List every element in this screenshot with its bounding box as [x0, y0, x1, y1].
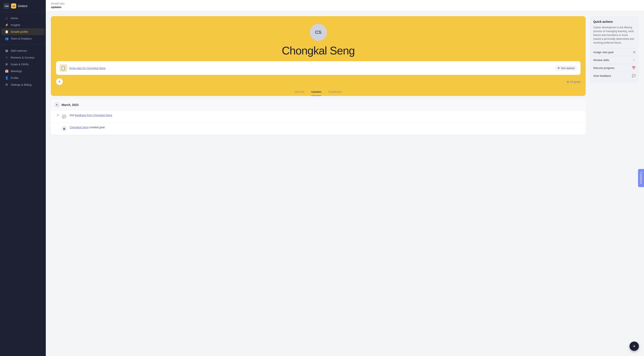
- review-skills-label: Review skills: [593, 58, 609, 62]
- star-icon: ☆: [5, 56, 8, 59]
- center-column: CS Chongkal Seng 📋 Grow plan for Chongka…: [51, 16, 586, 351]
- home-icon: ⌂: [5, 16, 8, 20]
- sidebar-item-label: Reviews & Surveys: [11, 56, 34, 59]
- sidebar-item-label: Growth profile: [11, 30, 28, 33]
- primary-nav: ⌂ Home ⚡ Insights 📋 Growth profile 👥 Tea…: [0, 12, 46, 45]
- sidebar-item-label: Settings & Billing: [11, 83, 32, 86]
- quick-action-assign-goal[interactable]: Assign new goal ⊞: [593, 48, 636, 56]
- update-text: Got feedback from Chongkal Seng: [70, 114, 112, 117]
- app-icon: 📦: [11, 3, 16, 8]
- quick-actions-description: Career development is the lifelong proce…: [593, 25, 636, 45]
- feedback-icon: 💬: [61, 114, 67, 120]
- quick-action-review-skills[interactable]: Review skills ☆: [593, 56, 636, 64]
- give-feedback-label: Give feedback: [593, 74, 611, 77]
- tab-feedbacks[interactable]: Feedbacks: [328, 90, 342, 96]
- plan-link[interactable]: Grow plan for Chongkal Seng: [69, 67, 106, 70]
- sidebar-item-team-analytics[interactable]: 👥 Team & Analytics: [1, 35, 44, 42]
- updates-month-header: ▼ March, 2023: [51, 99, 586, 111]
- assign-goal-label: Assign new goal: [593, 51, 614, 54]
- group-icon: 👥: [5, 37, 8, 40]
- sidebar-item-profile[interactable]: 👤 Profile: [1, 74, 44, 81]
- assign-goal-icon: ⊞: [633, 50, 636, 54]
- all-goals-label: All goals: [570, 80, 580, 83]
- sidebar-back-button[interactable]: ◀◀: [4, 3, 9, 9]
- quick-actions-title: Quick actions: [593, 20, 636, 23]
- sidebar-item-label: Home: [11, 16, 18, 20]
- gear-icon: ⚙: [5, 83, 8, 86]
- update-item: 9 💬 Got feedback from Chongkal Seng: [51, 111, 586, 123]
- quick-action-discuss-progress[interactable]: Discuss progress 📅: [593, 64, 636, 72]
- tab-updates[interactable]: Updates: [311, 90, 321, 96]
- review-skills-icon: ☆: [633, 58, 636, 62]
- target-icon: ⊞: [5, 62, 8, 66]
- topbar: Growth plan updates: [46, 0, 644, 11]
- grid-icon: ▦: [5, 49, 8, 52]
- update-item: ⊞ Chongkal Seng created goal: [51, 123, 586, 135]
- goal-icon: ⊞: [61, 126, 67, 132]
- breadcrumb-parent: Growth plan: [51, 2, 639, 5]
- bolt-icon: ⚡: [5, 23, 8, 26]
- updates-section: ▼ March, 2023 9 💬 Got feedback from Chon…: [51, 99, 586, 135]
- month-toggle-button[interactable]: ▼: [54, 102, 60, 107]
- floating-add-button[interactable]: +: [630, 342, 639, 351]
- all-goals-link[interactable]: ⊞ All goals: [567, 80, 580, 83]
- update-text-2: Chongkal Seng created goal: [70, 126, 104, 129]
- quick-actions-card: Quick actions Career development is the …: [590, 16, 639, 83]
- sidebar-item-skill-matrices[interactable]: ▦ Skill matrices: [1, 47, 44, 54]
- floating-add-icon: +: [633, 344, 636, 349]
- profile-name: Chongkal Seng: [282, 44, 355, 57]
- add-goal-button[interactable]: +: [56, 78, 63, 85]
- month-label: March, 2023: [62, 103, 78, 107]
- quick-action-give-feedback[interactable]: Give feedback 💬: [593, 72, 636, 80]
- feedback-link[interactable]: feedback from Chongkal Seng: [75, 114, 112, 117]
- profile-tabs: Skill set Updates Feedbacks: [295, 88, 342, 96]
- sidebar-header: ◀◀ 📦 Getace: [0, 0, 46, 12]
- sidebar-item-label: Team & Analytics: [11, 37, 32, 40]
- app-name: Getace: [18, 4, 28, 8]
- status-label: Not started: [561, 67, 574, 70]
- sidebar-item-growth-profile[interactable]: 📋 Growth profile: [1, 28, 44, 35]
- profile-actions-row: + ⊞ All goals: [56, 78, 580, 88]
- calendar-icon: 📅: [5, 69, 8, 73]
- content-area: CS Chongkal Seng 📋 Grow plan for Chongka…: [46, 11, 644, 356]
- sidebar-item-reviews-surveys[interactable]: ☆ Reviews & Surveys: [1, 54, 44, 61]
- plan-icon: 📋: [60, 64, 67, 72]
- profile-card: CS Chongkal Seng 📋 Grow plan for Chongka…: [51, 16, 586, 96]
- breadcrumb-current: updates: [51, 5, 639, 9]
- right-sidebar: Quick actions Career development is the …: [590, 16, 639, 351]
- sidebar-item-home[interactable]: ⌂ Home: [1, 15, 44, 21]
- update-day: 9: [54, 114, 58, 117]
- all-goals-icon: ⊞: [567, 80, 569, 83]
- feedback-tab-button[interactable]: Feedback: [638, 169, 644, 187]
- updates-list: 9 💬 Got feedback from Chongkal Seng ⊞ Ch…: [51, 111, 586, 135]
- discuss-progress-icon: 📅: [632, 66, 636, 70]
- sidebar-item-label: Meetings: [11, 70, 22, 73]
- sidebar-item-insights[interactable]: ⚡ Insights: [1, 21, 44, 28]
- status-badge: Not started: [555, 65, 577, 71]
- sidebar-item-label: Goals & OKRs: [11, 63, 29, 66]
- sidebar-item-settings-billing[interactable]: ⚙ Settings & Billing: [1, 81, 44, 88]
- clipboard-icon: 📋: [5, 30, 8, 33]
- tab-skill-set[interactable]: Skill set: [295, 90, 304, 96]
- sidebar-item-label: Profile: [11, 76, 18, 80]
- person-icon: 👤: [5, 76, 8, 80]
- discuss-progress-label: Discuss progress: [593, 66, 614, 70]
- sidebar-item-meetings[interactable]: 📅 Meetings: [1, 68, 44, 74]
- sidebar: ◀◀ 📦 Getace ⌂ Home ⚡ Insights 📋 Growth p…: [0, 0, 46, 356]
- sidebar-item-goals-okrs[interactable]: ⊞ Goals & OKRs: [1, 61, 44, 68]
- sidebar-item-label: Insights: [11, 23, 20, 26]
- plan-row-left: 📋 Grow plan for Chongkal Seng: [60, 64, 106, 72]
- avatar: CS: [310, 24, 327, 41]
- plan-row: 📋 Grow plan for Chongkal Seng Not starte…: [56, 61, 580, 75]
- sidebar-item-label: Skill matrices: [11, 49, 27, 52]
- give-feedback-icon: 💬: [632, 74, 636, 77]
- secondary-nav: ▦ Skill matrices ☆ Reviews & Surveys ⊞ G…: [0, 45, 46, 91]
- user-link[interactable]: Chongkal Seng: [70, 126, 88, 129]
- status-dot: [558, 67, 560, 69]
- main-content: Growth plan updates CS Chongkal Seng 📋 G…: [46, 0, 644, 356]
